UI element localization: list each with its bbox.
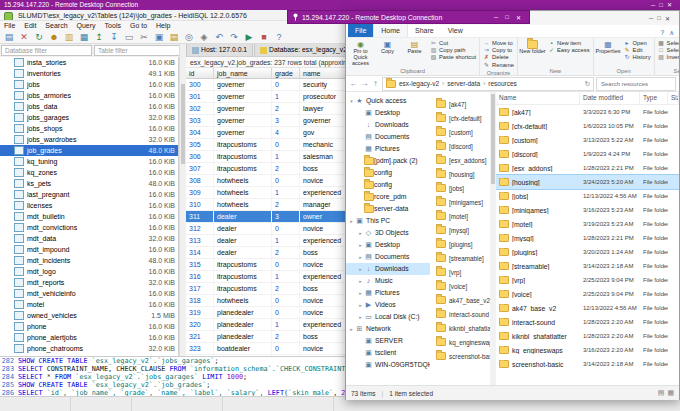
nav-item-pictures[interactable]: ▸▦Pictures [346, 287, 430, 299]
ribbon-tab-view[interactable]: View [441, 24, 470, 37]
ribbon-button-select-none[interactable]: □Select none [656, 47, 679, 54]
file-row-esx-addons[interactable]: [esx_addons]1/28/2023 2:21 PMFile folder [496, 161, 679, 175]
redo-icon[interactable]: ↷ [228, 32, 240, 43]
ribbon-button-history[interactable]: ↻History [622, 54, 653, 61]
nav-item-quick-access[interactable]: ▾★Quick access [346, 95, 430, 107]
file-row-vrp[interactable]: [vrp]2/25/2023 9:04 PMFile folder [496, 273, 679, 287]
menu-item-tools[interactable]: Tools [105, 22, 121, 29]
table-item-phone-chatrooms[interactable]: phone_chatrooms32.0 KiB [0, 343, 178, 354]
tree-item-plugins[interactable]: [plugins] [430, 237, 490, 251]
file-row-custom[interactable]: [custom]3/13/2023 5:22 AMFile folder [496, 133, 679, 147]
file-row-ak47[interactable]: [ak47]3/3/2023 6:30 PMFile folder [496, 105, 679, 119]
restore-icon[interactable]: □ [659, 0, 667, 10]
table-icon[interactable]: ▦ [78, 32, 90, 43]
refresh-icon[interactable]: ↻ [33, 32, 45, 43]
nav-item-downloads[interactable]: ↓Downloads [346, 119, 430, 131]
tree-item-kiknbl-shafatlatter[interactable]: kiknbl_shafatlatter [430, 321, 490, 335]
nav-item-local-disk-c[interactable]: ▸▭Local Disk (C:) [346, 311, 430, 323]
stop-icon[interactable]: ■ [258, 32, 270, 43]
tree-item-cfx-default[interactable]: [cfx-default] [430, 111, 490, 125]
ribbon-button-invert-selection[interactable]: ▨Invert selection [656, 54, 679, 61]
copy-icon[interactable]: ▣ [153, 32, 165, 43]
minimize-icon[interactable]: ─ [651, 0, 659, 10]
file-row-voice[interactable]: [voice]2/25/2023 9:04 PMFile folder [496, 287, 679, 301]
table-item-jobs-wardrobes[interactable]: jobs_wardrobes32.0 KiB [0, 134, 178, 145]
thumbnail-view-icon[interactable]: ▦ [667, 389, 674, 397]
ribbon-button-copy-to[interactable]: ⇒Copy to [481, 47, 516, 54]
expander-icon[interactable]: ▸ [357, 251, 364, 263]
nav-item-videos[interactable]: ▸▶Videos [346, 299, 430, 311]
ribbon-button-pin-to-quick-access[interactable]: ◉Pin to Quick access [347, 39, 374, 67]
rdp-connection-bar[interactable]: 15.294.147.220 - Remote Desktop Connecti… [0, 0, 680, 10]
menu-item-file[interactable]: File [4, 22, 15, 29]
ribbon-tab-file[interactable]: File [348, 24, 373, 37]
column-header-id[interactable]: id [186, 68, 214, 78]
table-item-phone-alertjobs[interactable]: phone_alertjobs16.0 KiB [0, 332, 178, 343]
collapse-ribbon-icon[interactable]: ∧ [669, 29, 674, 37]
find-icon[interactable]: ◎ [183, 32, 195, 43]
tree-item-motel[interactable]: [motel] [430, 209, 490, 223]
table-item-mdt-reports[interactable]: mdt_reports32.0 KiB [0, 277, 178, 288]
ribbon-button-paste-shortcut[interactable]: ▧Paste shortcut [428, 54, 478, 61]
tree-item-screenshot-basic[interactable]: screenshot-basic [430, 349, 490, 363]
nav-item-documents[interactable]: ▸▤Documents [346, 251, 430, 263]
help-icon[interactable]: ? [661, 29, 665, 37]
tab-database[interactable]: Database: esx_legacy_v2 [254, 44, 353, 56]
table-item-kq-tuning[interactable]: kq_tuning16.0 KiB [0, 156, 178, 167]
tree-item-discord[interactable]: [discord] [430, 139, 490, 153]
ribbon-tab-home[interactable]: Home [373, 23, 408, 37]
search-input[interactable] [599, 80, 673, 88]
ribbon-button-copy-path[interactable]: ▥Copy path [428, 47, 478, 54]
nav-item-server[interactable]: ▣SERVER [346, 335, 430, 347]
nav-item-pictures[interactable]: ▦Pictures [346, 143, 430, 155]
table-item-kq-zones[interactable]: kq_zones16.0 KiB [0, 167, 178, 178]
file-row-housing[interactable]: [housing]3/24/2023 5:20 AMFile folder [496, 175, 679, 189]
tree-item-kq-engineswaps[interactable]: kq_engineswaps [430, 335, 490, 349]
expander-icon[interactable]: ▸ [357, 311, 364, 323]
export-icon[interactable]: ↥ [93, 32, 105, 43]
rdp-floating-title-bar[interactable]: 15.294.147.220 - Remote Desktop Connecti… [287, 10, 530, 24]
ribbon-button-select-all[interactable]: ▩Select all [656, 40, 679, 47]
minimize-icon[interactable]: ─ [649, 15, 657, 21]
file-row-discord[interactable]: [discord]1/9/2023 4:24 PMFile folder [496, 147, 679, 161]
replace-icon[interactable]: ◈ [198, 32, 210, 43]
tree-item-housing[interactable]: [housing] [430, 167, 490, 181]
menu-item-help[interactable]: Help [156, 22, 170, 29]
table-item-mdt-logo[interactable]: mdt_logo16.0 KiB [0, 266, 178, 277]
tree-item-interact-sound[interactable]: interact-sound [430, 307, 490, 321]
column-header-name[interactable]: Name [496, 92, 580, 104]
table-item-mdt-vehicleinfo[interactable]: mdt_vehicleinfo16.0 KiB [0, 288, 178, 299]
ribbon-button-new-folder[interactable]: New folder [519, 39, 546, 67]
nav-item-music[interactable]: ▸♪Music [346, 275, 430, 287]
ribbon-button-easy-access[interactable]: ✓Easy access [546, 47, 592, 54]
table-item-ks-pets[interactable]: ks_pets48.0 KiB [0, 178, 178, 189]
table-item-owned-vehicles[interactable]: owned_vehicles1.5 MiB [0, 310, 178, 321]
nav-item-pdm-pack-2[interactable]: [pdm].pack (2) [346, 155, 430, 167]
file-row-streamable[interactable]: [streamable]3/14/2023 2:18 AMFile folder [496, 259, 679, 273]
ribbon-button-cut[interactable]: ✂Cut [428, 40, 478, 47]
import-icon[interactable]: ↧ [108, 32, 120, 43]
table-item-jobs[interactable]: jobs16.0 KiB [0, 79, 178, 90]
tree-item-streamable[interactable]: [streamable] [430, 251, 490, 265]
column-header-size[interactable]: Size [668, 92, 679, 104]
file-row-interact-sound[interactable]: interact-sound1/28/2023 2:20 AMFile fold… [496, 315, 679, 329]
close-icon[interactable]: ✕ [516, 14, 525, 21]
table-item-last-pregnant[interactable]: last_pregnant16.0 KiB [0, 189, 178, 200]
nav-item-downloads[interactable]: ▸↓Downloads [346, 263, 430, 275]
table-item-jobs-garages[interactable]: jobs_garages32.0 KiB [0, 112, 178, 123]
refresh-icon[interactable]: ↻ [585, 80, 590, 88]
tree-item-jobs[interactable]: [jobs] [430, 181, 490, 195]
tree-item-vrp[interactable]: [vrp] [430, 265, 490, 279]
nav-item-rcore-pdm[interactable]: rcore_pdm [346, 191, 430, 203]
tree-item-mysql[interactable]: [mysql] [430, 223, 490, 237]
column-header-job-name[interactable]: job_name [214, 68, 272, 78]
file-row-mysql[interactable]: [mysql]1/28/2023 2:21 PMFile folder [496, 231, 679, 245]
print-icon[interactable]: ▭ [123, 32, 135, 43]
menu-item-go-to[interactable]: Go to [130, 22, 147, 29]
expander-icon[interactable]: ▸ [348, 323, 355, 335]
table-item-inventories[interactable]: inventories49.1 KiB [0, 68, 178, 79]
restore-icon[interactable]: □ [505, 14, 513, 20]
table-item-mdt-incidents[interactable]: mdt_incidents48.0 KiB [0, 255, 178, 266]
tree-item-ak47-base-v2[interactable]: ak47_base_v2 [430, 293, 490, 307]
column-header-grade[interactable]: grade [272, 68, 300, 78]
